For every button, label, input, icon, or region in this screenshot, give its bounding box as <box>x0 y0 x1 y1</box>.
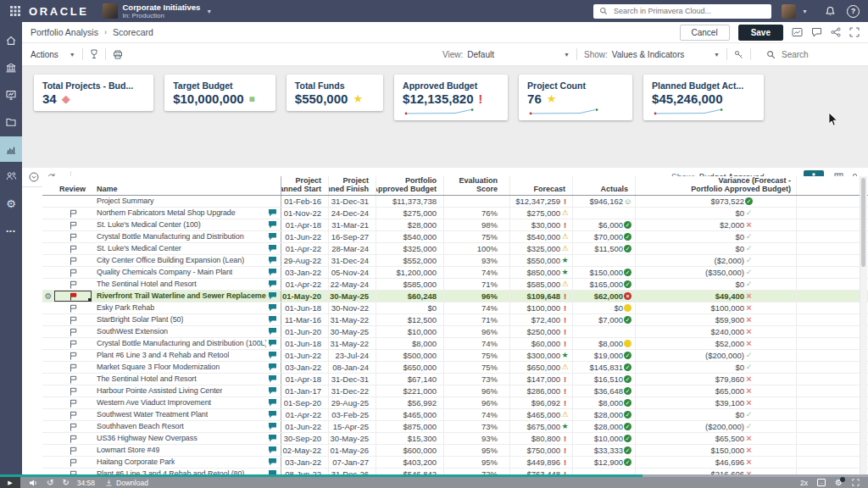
review-flag-icon[interactable] <box>70 446 77 455</box>
captions-icon[interactable]: ·· <box>817 479 826 486</box>
review-flag-icon[interactable] <box>70 458 77 467</box>
app-waffle-icon[interactable] <box>10 6 20 16</box>
review-flag-icon[interactable] <box>70 304 77 313</box>
review-cell[interactable] <box>54 314 92 325</box>
comments-icon[interactable] <box>811 27 822 37</box>
download-icon[interactable] <box>105 479 113 487</box>
column-header-forecast[interactable]: Forecast <box>510 176 573 195</box>
comment-icon[interactable] <box>269 245 276 252</box>
player-settings-gear-icon[interactable]: ⚙ <box>835 478 843 487</box>
cancel-button[interactable]: Cancel <box>680 25 730 41</box>
player-progress-track[interactable] <box>0 474 868 477</box>
review-flag-icon[interactable] <box>70 233 77 241</box>
table-row[interactable]: St. Luke's Medical Center (100)01-Apr-18… <box>42 219 868 231</box>
column-header-review[interactable]: Review <box>54 176 92 195</box>
table-row[interactable]: The Sentinal Hotel and Resort01-Apr-2222… <box>42 279 868 291</box>
review-cell[interactable] <box>54 196 92 207</box>
table-row[interactable]: Plant #6 Line 3 and 4 Rehab and Retool01… <box>42 350 868 362</box>
review-cell[interactable] <box>54 457 92 468</box>
table-row[interactable]: Market Square 3 Floor Modernization03-Ja… <box>42 362 868 374</box>
review-cell[interactable] <box>54 397 92 408</box>
volume-icon[interactable] <box>29 479 38 487</box>
table-row[interactable]: Crystal Bottle Manufacturing and Distrib… <box>42 338 868 350</box>
review-cell[interactable] <box>54 445 92 456</box>
review-cell[interactable] <box>54 219 92 230</box>
review-cell[interactable] <box>54 291 92 302</box>
review-cell[interactable] <box>54 231 92 242</box>
comment-icon[interactable] <box>269 399 276 407</box>
review-cell[interactable] <box>54 326 92 337</box>
review-flag-icon[interactable] <box>70 209 77 218</box>
table-row[interactable]: ⚙Riverfront Trail Waterline and Sewer Re… <box>42 291 868 302</box>
comment-icon[interactable] <box>269 458 276 466</box>
table-row[interactable]: Project Summary01-Feb-1631-Dec-31$11,373… <box>42 196 868 208</box>
rewind-icon[interactable]: ↺ <box>47 478 53 487</box>
toolbar-search[interactable] <box>758 49 860 60</box>
column-header-actuals[interactable]: Actuals <box>573 176 636 195</box>
collapse-all-icon[interactable] <box>29 172 39 182</box>
column-header-start[interactable]: ProjectPlanned Start <box>281 176 329 195</box>
show-dropdown[interactable]: Show: Values & Indicators ▼ <box>584 50 720 59</box>
sidebar-item-dashboards[interactable] <box>0 82 22 108</box>
vertical-scrollbar[interactable] <box>860 176 867 474</box>
comment-icon[interactable] <box>269 233 276 241</box>
comment-icon[interactable] <box>269 363 276 371</box>
review-cell[interactable] <box>54 362 92 373</box>
actions-menu[interactable]: Actions ▼ <box>31 50 75 59</box>
review-flag-icon[interactable] <box>70 328 77 336</box>
sidebar-item-home[interactable] <box>0 28 22 53</box>
project-selector[interactable]: Corporate Initiatives In: Production <box>123 3 201 19</box>
print-icon[interactable] <box>113 50 123 59</box>
sidebar-item-projects[interactable] <box>0 109 22 135</box>
review-flag-icon[interactable] <box>70 423 77 431</box>
table-row[interactable]: StarBright Solar Plant (50)11-Mar-1631-M… <box>42 314 868 326</box>
kpi-card[interactable]: Total Funds$550,000★ <box>287 75 383 111</box>
comment-icon[interactable] <box>269 209 276 217</box>
table-row[interactable]: Northern Fabricators Metal Shop Upgrade0… <box>42 208 868 219</box>
review-cell[interactable] <box>54 302 92 313</box>
comment-icon[interactable] <box>269 328 276 336</box>
comment-icon[interactable] <box>269 280 276 288</box>
comment-icon[interactable] <box>269 269 276 276</box>
table-row[interactable]: Esky Park Rehab01-Jun-1830-Nov-22$074%$1… <box>42 302 868 314</box>
review-cell[interactable] <box>54 409 92 420</box>
review-flag-icon[interactable] <box>70 363 77 372</box>
table-row[interactable]: Harbour Pointe Assisted Living Center01-… <box>42 385 868 397</box>
kpi-card[interactable]: Project Count76★ <box>519 75 632 120</box>
review-flag-icon[interactable] <box>70 340 77 348</box>
chevron-down-icon[interactable]: ▼ <box>206 8 212 14</box>
column-header-score[interactable]: EvaluationScore <box>444 176 510 195</box>
notifications-bell-icon[interactable] <box>825 6 836 17</box>
review-flag-icon[interactable] <box>70 269 77 277</box>
review-cell[interactable] <box>54 208 92 219</box>
table-row[interactable]: Lowmart Store #4902-May-2201-May-26$600,… <box>42 445 868 457</box>
view-dropdown[interactable]: View: Default ▼ <box>442 50 570 59</box>
comment-icon[interactable] <box>269 292 276 300</box>
customize-wrench-icon[interactable] <box>734 50 743 59</box>
review-cell[interactable] <box>54 374 92 385</box>
review-flag-red-icon[interactable] <box>70 292 77 301</box>
table-row[interactable]: Quality Chemicals Company - Main Plant03… <box>42 267 868 279</box>
review-cell[interactable] <box>54 350 92 361</box>
table-row[interactable]: Southhaven Beach Resort01-Jun-2215-Apr-2… <box>42 421 868 433</box>
avatar-chevron-icon[interactable]: ▼ <box>802 8 808 14</box>
comment-icon[interactable] <box>269 375 276 383</box>
comment-icon[interactable] <box>269 352 276 359</box>
kpi-card[interactable]: Approved Budget$12,135,820! <box>394 75 508 120</box>
review-flag-icon[interactable] <box>70 375 77 384</box>
play-button[interactable]: ▶ <box>0 477 20 488</box>
review-flag-icon[interactable] <box>70 411 77 419</box>
fullscreen-icon[interactable] <box>849 27 860 37</box>
review-cell[interactable] <box>54 421 92 432</box>
review-cell[interactable] <box>54 433 92 444</box>
comment-icon[interactable] <box>269 340 276 347</box>
comment-icon[interactable] <box>269 446 276 454</box>
comment-icon[interactable] <box>269 257 276 264</box>
scorecard-panel-icon[interactable] <box>792 27 803 37</box>
review-flag-icon[interactable] <box>70 399 77 408</box>
comment-icon[interactable] <box>269 411 276 419</box>
column-header-finish[interactable]: ProjectPlanned Finish <box>329 176 376 195</box>
table-row[interactable]: Crystal Bottle Manufacturing and Distrib… <box>42 231 868 243</box>
column-header-name[interactable]: Name <box>92 176 281 195</box>
sidebar-item-analysis[interactable] <box>0 136 22 162</box>
